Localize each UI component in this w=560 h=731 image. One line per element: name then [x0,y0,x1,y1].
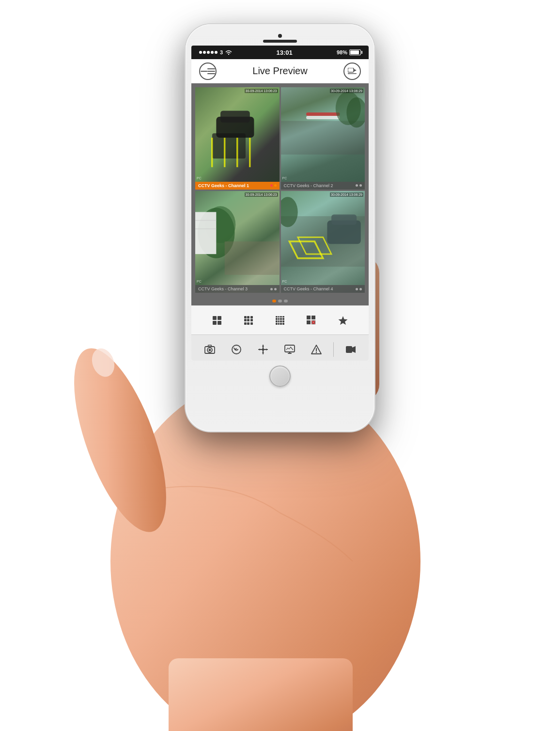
svg-rect-12 [207,68,215,69]
svg-rect-26 [306,112,340,116]
cam4-label: CCTV Geeks - Channel 4 [284,286,333,291]
svg-rect-18 [348,73,350,74]
camera-list-icon [348,68,357,75]
svg-rect-44 [307,320,311,324]
alert-icon [311,345,322,354]
svg-point-28 [335,92,360,125]
wifi-icon [225,50,232,55]
svg-marker-37 [289,241,323,258]
svg-point-52 [232,345,241,354]
cam4-status-dots [356,288,362,290]
signal-dot-3 [207,51,210,54]
cam4-dot-1 [356,288,358,290]
signal-dots [199,51,218,54]
svg-rect-39 [327,220,360,244]
svg-point-30 [198,207,234,258]
battery-percent: 98% [337,49,347,55]
cam1-timestamp: 30-09-2014 13:06:23 [245,89,278,93]
video-record-button[interactable] [341,340,360,359]
page-dot-1[interactable] [272,300,276,302]
cam1-label-bar: CCTV Geeks - Channel 1 [195,182,280,190]
svg-point-29 [346,97,365,127]
phone-screen: 3 13:01 98% [191,46,369,361]
cam2-status-dots [356,184,362,187]
grid-2x2-icon [213,316,221,325]
speaker [263,40,297,43]
display-icon [284,345,295,354]
page-dot-3[interactable] [284,300,288,302]
cam2-dot-1 [356,184,358,187]
page-dot-2[interactable] [278,300,282,302]
camera-list-button[interactable] [343,63,361,80]
svg-rect-32 [195,212,216,254]
status-time: 13:01 [276,49,292,56]
cam2-overlay [281,87,365,172]
camera-cell-3[interactable]: 30-09-2014 13:06:23 PC CCTV Geeks - Chan… [195,191,280,293]
ptz-icon [258,344,268,355]
cam1-corner: PC [197,176,202,180]
cam2-label-bar: CCTV Geeks - Channel 2 [281,182,365,190]
cam3-dot-2 [274,288,277,290]
toolbar-controls [191,334,369,361]
custom-layout-button[interactable] [303,312,320,329]
layout-2x2-button[interactable] [208,312,226,329]
svg-point-65 [315,351,316,352]
front-camera [278,34,282,38]
svg-point-59 [262,348,264,350]
ptz-button[interactable] [253,340,273,359]
svg-marker-16 [354,69,357,72]
alert-button[interactable] [307,340,326,359]
cam3-status-dots [270,288,277,290]
layout-3x3-button[interactable] [240,312,257,329]
svg-rect-11 [169,658,353,731]
cam3-timestamp: 30-09-2014 13:06:23 [245,192,278,197]
svg-marker-38 [297,237,331,254]
battery-fill [350,50,359,54]
cam3-label: CCTV Geeks - Channel 3 [198,286,248,291]
playback-button[interactable] [227,340,246,359]
svg-marker-57 [258,349,260,350]
signal-dot-5 [215,51,218,54]
svg-rect-15 [348,68,354,72]
svg-rect-23 [216,117,254,138]
phone: 3 13:01 98% [186,24,374,431]
display-button[interactable] [280,340,299,359]
cam2-timestamp: 30-09-2014 13:06:29 [330,89,363,93]
nav-bar: Live Preview [191,59,369,83]
svg-marker-56 [262,352,264,354]
carrier-label: 3 [220,49,223,55]
cam1-dot-orange [274,184,277,187]
page-title: Live Preview [252,65,307,77]
cam3-overlay [195,191,280,275]
playback-icon [231,344,242,355]
cam4-corner: PC [282,280,287,283]
camera-cell-1[interactable]: 30-09-2014 13:06:23 PC CCTV Geeks - Chan… [195,87,280,190]
svg-rect-13 [207,71,215,72]
phone-bottom [191,361,369,390]
svg-rect-14 [207,73,215,74]
menu-button[interactable] [199,63,217,80]
svg-point-31 [205,206,235,243]
cam2-corner: PC [282,176,287,180]
cam4-label-bar: CCTV Geeks - Channel 4 [281,285,365,293]
grid-4x4-icon [276,316,284,325]
svg-marker-55 [262,345,264,347]
signal-dot-1 [199,51,202,54]
favorites-button[interactable] [334,312,352,329]
layout-4x4-button[interactable] [271,312,289,329]
signal-dot-4 [211,51,214,54]
home-button[interactable] [269,366,291,387]
svg-point-41 [281,197,298,227]
cam2-dot-2 [359,184,362,187]
svg-rect-42 [307,316,311,319]
snapshot-button[interactable] [200,340,219,359]
camera-cell-4[interactable]: 30-09-2014 13:06:29 PC CCTV Geeks - Chan… [281,191,365,293]
svg-rect-40 [331,214,357,224]
toolbar-separator [333,342,334,357]
cam1-label: CCTV Geeks - Channel 1 [198,183,249,188]
svg-marker-58 [266,349,268,350]
hamburger-icon [201,71,207,72]
menu-icon [207,68,215,75]
custom-grid-icon [307,316,316,325]
camera-cell-2[interactable]: 30-09-2014 13:06:29 PC CCTV Geeks - Chan… [281,87,365,190]
